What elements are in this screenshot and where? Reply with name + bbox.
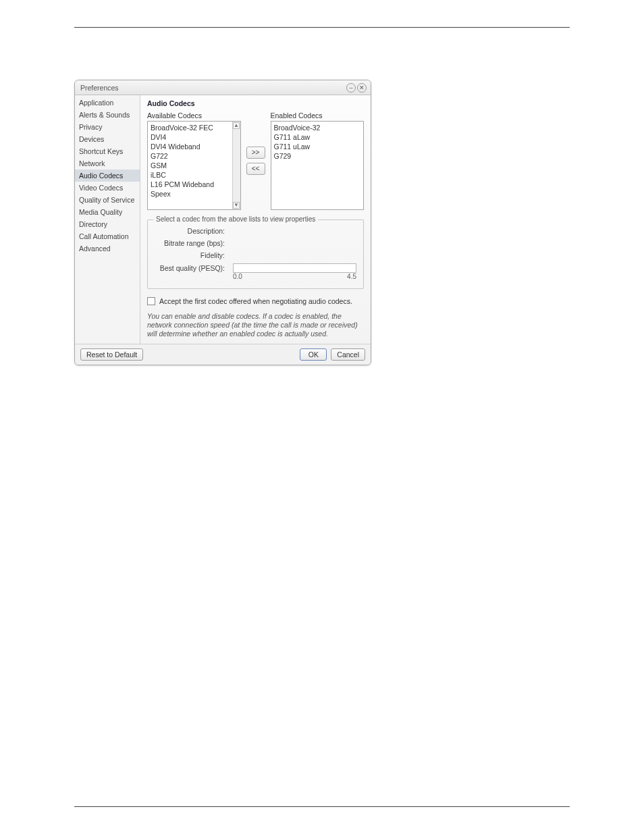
- list-item[interactable]: GSM: [151, 161, 230, 170]
- preferences-sidebar: Application Alerts & Sounds Privacy Devi…: [75, 95, 140, 344]
- page-bottom-rule: [74, 806, 570, 807]
- list-item[interactable]: BroadVoice-32 FEC: [151, 123, 230, 132]
- sidebar-item-application[interactable]: Application: [75, 97, 140, 109]
- ok-button[interactable]: OK: [300, 348, 327, 361]
- sidebar-item-call-automation[interactable]: Call Automation: [75, 230, 140, 242]
- window-controls: – ✕: [346, 83, 367, 93]
- reset-to-default-button[interactable]: Reset to Default: [80, 348, 143, 361]
- list-item[interactable]: G729: [274, 151, 361, 161]
- list-item[interactable]: iLBC: [151, 170, 230, 180]
- pesq-label: Best quality (PESQ):: [155, 264, 229, 272]
- accept-first-codec-label: Accept the first codec offered when nego…: [159, 297, 352, 305]
- enabled-codecs-list[interactable]: BroadVoice-32 G711 aLaw G711 uLaw G729: [271, 121, 365, 210]
- sidebar-item-advanced[interactable]: Advanced: [75, 242, 140, 255]
- bitrate-label: Bitrate range (bps):: [155, 239, 229, 247]
- preferences-dialog: Preferences – ✕ Application Alerts & Sou…: [74, 80, 371, 365]
- description-label: Description:: [155, 227, 229, 235]
- close-button[interactable]: ✕: [357, 83, 367, 93]
- window-title: Preferences: [80, 84, 119, 92]
- sidebar-item-devices[interactable]: Devices: [75, 133, 140, 145]
- list-item[interactable]: G722: [151, 151, 230, 161]
- codec-note-text: You can enable and disable codecs. If a …: [147, 312, 364, 338]
- sidebar-item-media-quality[interactable]: Media Quality: [75, 206, 140, 218]
- list-item[interactable]: G711 uLaw: [274, 142, 361, 151]
- available-codecs-label: Available Codecs: [147, 111, 241, 120]
- sidebar-item-directory[interactable]: Directory: [75, 218, 140, 230]
- list-item[interactable]: Speex: [151, 189, 230, 199]
- page-top-rule: [74, 27, 570, 28]
- sidebar-item-privacy[interactable]: Privacy: [75, 121, 140, 133]
- pesq-min: 0.0: [233, 273, 242, 280]
- sidebar-item-quality-of-service[interactable]: Quality of Service: [75, 194, 140, 206]
- minimize-button[interactable]: –: [346, 83, 356, 93]
- titlebar[interactable]: Preferences – ✕: [75, 80, 371, 95]
- sidebar-item-audio-codecs[interactable]: Audio Codecs: [75, 170, 140, 182]
- list-item[interactable]: G711 aLaw: [274, 132, 361, 142]
- dialog-footer: Reset to Default OK Cancel: [75, 344, 371, 365]
- move-left-button[interactable]: <<: [246, 163, 265, 175]
- move-right-button[interactable]: >>: [246, 147, 265, 159]
- pesq-bar: [233, 263, 356, 273]
- list-item[interactable]: L16 PCM Wideband: [151, 180, 230, 189]
- list-item[interactable]: BroadVoice-32: [274, 123, 361, 132]
- section-title: Audio Codecs: [147, 99, 364, 107]
- cancel-button[interactable]: Cancel: [331, 348, 365, 361]
- sidebar-item-alerts-sounds[interactable]: Alerts & Sounds: [75, 109, 140, 121]
- scroll-up-icon[interactable]: ▲: [233, 122, 240, 129]
- pesq-max: 4.5: [347, 273, 356, 280]
- codec-properties-fieldset: Select a codec from the above lists to v…: [147, 219, 364, 289]
- available-codecs-scrollbar[interactable]: ▲ ▼: [232, 122, 240, 209]
- fidelity-label: Fidelity:: [155, 251, 229, 259]
- available-codecs-list[interactable]: BroadVoice-32 FEC DVI4 DVI4 Wideband G72…: [147, 121, 241, 210]
- content-pane: Audio Codecs Available Codecs BroadVoice…: [140, 95, 371, 344]
- sidebar-item-video-codecs[interactable]: Video Codecs: [75, 182, 140, 194]
- list-item[interactable]: DVI4: [151, 132, 230, 142]
- scroll-down-icon[interactable]: ▼: [233, 202, 240, 209]
- accept-first-codec-checkbox[interactable]: [147, 297, 155, 305]
- enabled-codecs-label: Enabled Codecs: [271, 111, 365, 120]
- list-item[interactable]: DVI4 Wideband: [151, 142, 230, 151]
- fieldset-legend: Select a codec from the above lists to v…: [153, 215, 318, 223]
- sidebar-item-network[interactable]: Network: [75, 157, 140, 170]
- sidebar-item-shortcut-keys[interactable]: Shortcut Keys: [75, 145, 140, 157]
